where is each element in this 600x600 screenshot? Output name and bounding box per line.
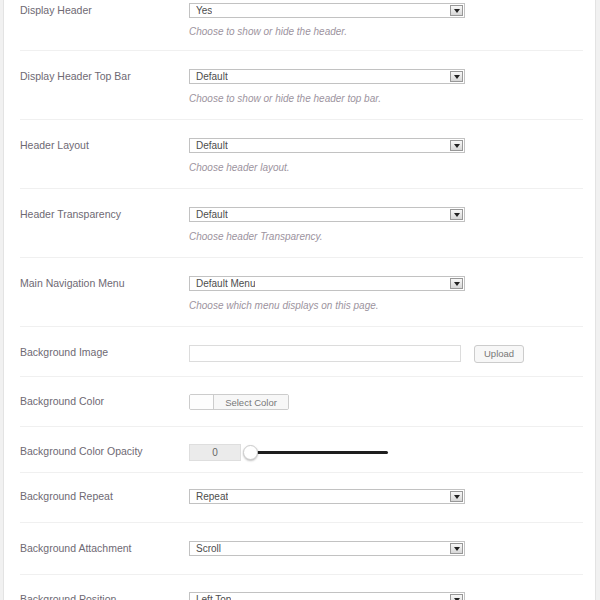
opacity-value-input[interactable] [189,444,241,461]
chevron-down-icon [454,547,460,551]
background-repeat-select[interactable]: Repeat [189,489,465,504]
settings-row-header-layout: Header Layout Default Choose header layo… [4,121,595,190]
field-label: Display Header [20,3,189,17]
select-color-label: Select Color [214,395,288,409]
settings-row-main-navigation-menu: Main Navigation Menu Default Menu Choose… [4,259,595,328]
background-position-select[interactable]: Left Top [189,592,465,600]
select-value: Scroll [196,542,221,555]
select-value: Default Menu [196,277,255,290]
select-arrow-button[interactable] [450,140,463,151]
settings-row-display-header: Display Header Yes Choose to show or hid… [4,0,595,52]
settings-row-header-transparency: Header Transparency Default Choose heade… [4,190,595,259]
select-value: Left Top [196,593,231,600]
field-label: Header Transparency [20,207,189,221]
background-image-input[interactable] [189,345,461,362]
upload-button[interactable]: Upload [474,345,524,363]
field-label: Background Image [20,345,189,359]
opacity-slider-handle[interactable] [243,445,258,460]
settings-row-background-attachment: Background Attachment Scroll [4,524,595,576]
select-arrow-button[interactable] [450,5,463,16]
select-arrow-button[interactable] [450,491,463,502]
select-arrow-button[interactable] [450,543,463,554]
color-swatch [190,395,214,409]
field-label: Header Layout [20,138,189,152]
chevron-down-icon [454,9,460,13]
field-label: Display Header Top Bar [20,69,189,83]
settings-row-background-position: Background Position Left Top [4,576,595,600]
chevron-down-icon [454,282,460,286]
select-arrow-button[interactable] [450,71,463,82]
header-transparency-select[interactable]: Default [189,207,465,222]
settings-row-display-header-top-bar: Display Header Top Bar Default Choose to… [4,52,595,121]
display-header-top-bar-select[interactable]: Default [189,69,465,84]
settings-row-background-color: Background Color Select Color [4,378,595,428]
field-description: Choose to show or hide the header top ba… [189,93,579,105]
select-color-button[interactable]: Select Color [189,394,289,410]
display-header-select[interactable]: Yes [189,3,465,18]
field-description: Choose header layout. [189,162,579,174]
field-description: Choose header Transparency. [189,231,579,243]
field-label: Background Repeat [20,489,189,503]
main-navigation-menu-select[interactable]: Default Menu [189,276,465,291]
page-settings-panel: Display Header Yes Choose to show or hid… [3,0,596,600]
field-label: Background Color [20,394,189,408]
field-label: Background Position [20,592,189,600]
field-description: Choose to show or hide the header. [189,26,579,38]
settings-row-background-repeat: Background Repeat Repeat [4,474,595,524]
chevron-down-icon [454,213,460,217]
select-value: Yes [196,4,212,17]
select-value: Default [196,70,228,83]
select-value: Repeat [196,490,228,503]
chevron-down-icon [454,144,460,148]
select-value: Default [196,208,228,221]
field-description: Choose which menu displays on this page. [189,300,579,312]
field-label: Main Navigation Menu [20,276,189,290]
settings-row-background-color-opacity: Background Color Opacity [4,428,595,474]
settings-row-background-image: Background Image Upload [4,328,595,378]
select-arrow-button[interactable] [450,209,463,220]
opacity-slider [243,444,391,461]
opacity-slider-track[interactable] [250,451,388,454]
field-label: Background Color Opacity [20,444,189,458]
select-arrow-button[interactable] [450,278,463,289]
background-attachment-select[interactable]: Scroll [189,541,465,556]
header-layout-select[interactable]: Default [189,138,465,153]
chevron-down-icon [454,75,460,79]
chevron-down-icon [454,495,460,499]
field-label: Background Attachment [20,541,189,555]
select-value: Default [196,139,228,152]
select-arrow-button[interactable] [450,594,463,600]
